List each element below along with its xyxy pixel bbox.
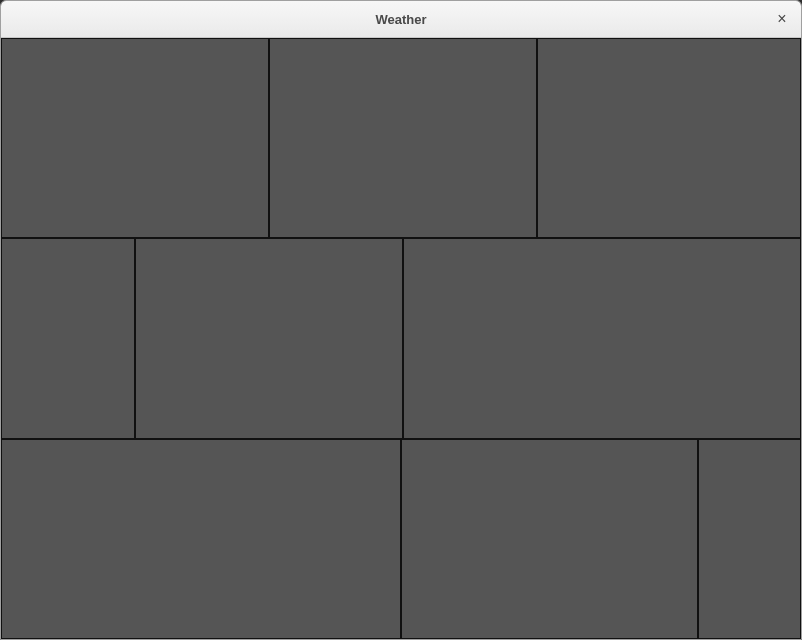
close-icon: × [777,11,786,27]
tile[interactable] [135,238,403,438]
app-window: Weather × [0,0,802,640]
tile-row [1,238,801,438]
tile-row [1,439,801,639]
tile[interactable] [403,238,801,438]
window-title: Weather [375,12,426,27]
content-area [1,38,801,639]
tile[interactable] [1,238,135,438]
tile[interactable] [401,439,698,639]
tile[interactable] [269,38,537,238]
tile-row [1,38,801,238]
titlebar: Weather × [1,1,801,38]
tile[interactable] [698,439,801,639]
tile[interactable] [1,38,269,238]
close-button[interactable]: × [773,10,791,28]
tile[interactable] [537,38,801,238]
tile[interactable] [1,439,401,639]
